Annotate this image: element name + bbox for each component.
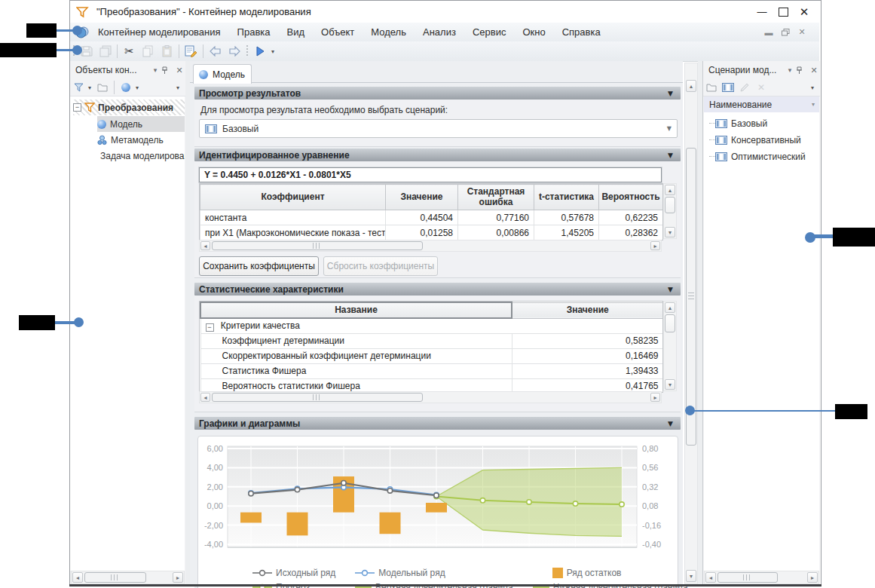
cell-prob: 0,28362 — [599, 225, 663, 240]
section-results-header[interactable]: Просмотр результатов ▼ — [194, 87, 681, 100]
table-row[interactable]: Коэффициент детерминации 0,58235 — [200, 333, 663, 348]
left-panel-hscrollbar[interactable]: ◂ ▸ — [71, 571, 185, 584]
right-toolbar-more-icon[interactable]: ▾ — [811, 84, 814, 91]
menu-analysis[interactable]: Анализ — [415, 23, 464, 41]
tree-item-task[interactable]: Задача моделирован — [97, 148, 185, 164]
group-row[interactable]: − Критерии качества — [200, 318, 663, 333]
filter-icon[interactable] — [70, 80, 87, 95]
delete-icon[interactable]: ✕ — [753, 80, 769, 95]
run-icon[interactable] — [251, 43, 270, 60]
right-panel-hscrollbar[interactable]: ◂ ▸ — [704, 571, 819, 584]
menu-object[interactable]: Объект — [313, 23, 363, 41]
scenario-item-optimistic[interactable]: Оптимистический — [709, 149, 818, 164]
section-charts-header[interactable]: Графики и диаграммы ▼ — [194, 417, 681, 430]
menu-edit[interactable]: Правка — [229, 23, 279, 41]
left-toolbar-more-icon[interactable]: ▾ — [176, 84, 179, 91]
paste-icon[interactable] — [158, 43, 176, 60]
menu-model[interactable]: Модель — [363, 23, 415, 41]
mdi-close-icon[interactable]: ✕ — [794, 26, 810, 38]
filter-dropdown-icon[interactable]: ▾ — [88, 84, 91, 91]
scenario-value: Базовый — [222, 124, 259, 134]
left-panel-pin-icon[interactable] — [161, 66, 173, 75]
tree-item-model[interactable]: Модель — [97, 116, 185, 132]
equation-table-hscrollbar[interactable]: ◂ ▸ — [199, 240, 662, 252]
edit-report-icon[interactable] — [182, 43, 200, 60]
col-value[interactable]: Значение — [512, 302, 663, 318]
svg-text:0,08: 0,08 — [642, 501, 658, 510]
minimize-icon[interactable]: — — [751, 5, 773, 20]
tab-model[interactable]: Модель — [193, 64, 252, 84]
stats-table-vscrollbar[interactable]: ▴ ▾ — [663, 301, 677, 391]
section-stats-header[interactable]: Статистические характеристики ▼ — [194, 283, 681, 296]
line-marker-icon — [252, 569, 272, 577]
forward-icon[interactable] — [225, 43, 243, 60]
col-name[interactable]: Название — [200, 302, 512, 318]
folder-icon[interactable] — [94, 80, 111, 95]
column-filter-icon[interactable]: ▾ — [812, 101, 815, 108]
legend-item[interactable]: Ряд остатков — [552, 568, 622, 578]
menu-container[interactable]: Контейнер моделирования — [90, 23, 229, 41]
menu-service[interactable]: Сервис — [464, 23, 515, 41]
collapse-icon[interactable]: − — [206, 323, 214, 332]
scenario-item-base[interactable]: Базовый — [709, 115, 818, 131]
reset-coefficients-button[interactable]: Сбросить коэффициенты — [323, 256, 438, 276]
mdi-restore-icon[interactable] — [777, 26, 794, 38]
scenario-item-conservative[interactable]: Консервативный — [709, 132, 818, 148]
cell-value: 0,44504 — [386, 210, 458, 225]
col-stderr[interactable]: Стандартная ошибка — [458, 185, 534, 210]
table-row[interactable]: при X1 (Макроэкономические показа - тест… — [200, 225, 663, 240]
menu-window[interactable]: Окно — [514, 23, 553, 41]
tree-root-row[interactable]: − Преобразования — [73, 100, 185, 115]
menu-view[interactable]: Вид — [279, 23, 314, 41]
col-coefficient[interactable]: Коэффициент — [200, 185, 386, 210]
table-row[interactable]: константа 0,44504 0,77160 0,57678 0,6223… — [200, 210, 663, 225]
left-panel-menu-icon[interactable]: ▾ — [149, 66, 161, 74]
close-icon[interactable]: ✕ — [794, 5, 815, 20]
stats-table-hscrollbar[interactable]: ◂ ▸ — [199, 391, 662, 403]
right-panel-pin-icon[interactable] — [796, 66, 808, 75]
edit-pencil-icon[interactable] — [736, 80, 753, 95]
tab-label: Модель — [213, 69, 245, 80]
callout-box-1 — [26, 23, 57, 38]
scenario-combobox[interactable]: Базовый ▼ — [199, 119, 678, 138]
cut-icon[interactable]: ✂ — [120, 43, 139, 60]
right-panel-close-icon[interactable]: ✕ — [808, 66, 820, 75]
back-icon[interactable] — [206, 43, 225, 60]
mdi-minimize-icon[interactable]: ▬ — [760, 26, 777, 38]
collapse-section-icon[interactable]: ▼ — [668, 152, 673, 159]
title-bar: "Преобразования" - Контейнер моделирован… — [70, 1, 819, 23]
table-row[interactable]: Скорректированный коэффициент детерминац… — [200, 348, 663, 363]
section-equation-header[interactable]: Идентифицированное уравнение ▼ — [194, 149, 681, 161]
table-row[interactable]: Статистика Фишера 1,39433 — [200, 363, 663, 378]
main-vscrollbar[interactable]: ▴ ▾ — [684, 63, 698, 584]
svg-text:0,00: 0,00 — [207, 501, 223, 510]
collapse-icon[interactable]: − — [73, 103, 81, 112]
tree-item-metamodel[interactable]: Метамодель — [97, 132, 185, 148]
save-coefficients-button[interactable]: Сохранить коэффициенты — [199, 256, 319, 276]
scenario-column-header[interactable]: Наименование ▾ — [704, 96, 819, 113]
col-probability[interactable]: Вероятность — [599, 185, 663, 210]
toolbar: ✂ ▾ — [70, 41, 819, 62]
run-dropdown-icon[interactable]: ▾ — [271, 48, 274, 55]
folder-icon[interactable] — [703, 80, 720, 95]
scenario-new-icon[interactable] — [720, 80, 736, 95]
collapse-section-icon[interactable]: ▼ — [668, 286, 673, 293]
legend-item[interactable]: Модельный ряд — [355, 568, 445, 578]
combo-dropdown-icon[interactable]: ▼ — [667, 125, 672, 132]
col-value[interactable]: Значение — [386, 185, 458, 210]
collapse-section-icon[interactable]: ▼ — [668, 420, 673, 427]
save-all-icon[interactable] — [96, 43, 115, 60]
collapse-section-icon[interactable]: ▼ — [668, 90, 673, 97]
maximize-icon[interactable] — [773, 5, 794, 20]
right-panel-menu-icon[interactable]: ▾ — [784, 66, 796, 74]
cell-name: Коэффициент детерминации — [200, 333, 512, 348]
legend-item[interactable]: Исходный ряд — [252, 568, 335, 578]
equation-table-vscrollbar[interactable]: ▴ ▾ — [663, 183, 677, 239]
copy-icon[interactable] — [139, 43, 158, 60]
col-tstat[interactable]: t-статистика — [534, 185, 599, 210]
model-filter-dropdown-icon[interactable]: ▾ — [136, 84, 139, 91]
left-panel-close-icon[interactable]: ✕ — [173, 66, 185, 75]
menu-help[interactable]: Справка — [554, 23, 609, 41]
model-filter-icon[interactable] — [118, 80, 134, 95]
right-panel-title: Сценарии мод... — [708, 65, 784, 75]
